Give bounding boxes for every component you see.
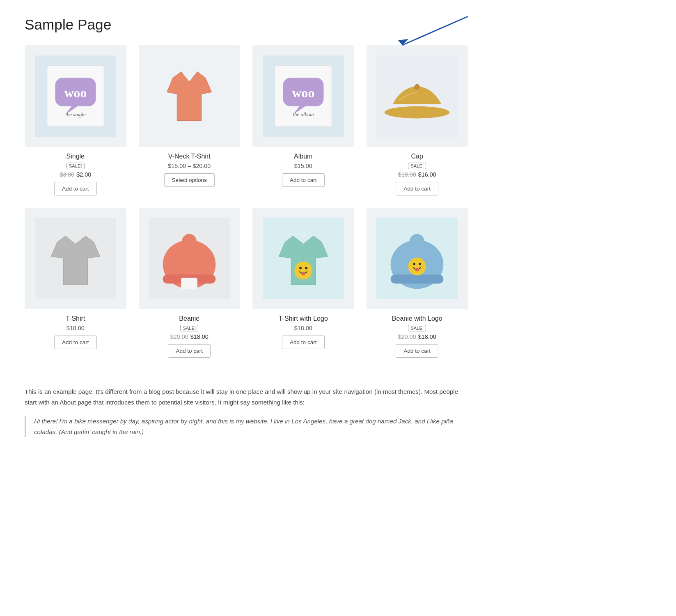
product-card-tshirt-logo: T-Shirt with Logo$18.00Add to cart xyxy=(252,208,354,358)
product-price-single: $3.00$2.00 xyxy=(60,171,91,178)
add-to-cart-button-beanie[interactable]: Add to cart xyxy=(168,344,211,358)
price-sale: $18.00 xyxy=(418,333,436,340)
product-card-beanie: BeanieSALE!$20.00$18.00Add to cart xyxy=(139,208,241,358)
add-to-cart-button-single[interactable]: Add to cart xyxy=(54,182,97,195)
price-sale: $16.00 xyxy=(418,171,436,178)
sale-badge-cap: SALE! xyxy=(408,163,426,169)
add-to-cart-button-tshirt[interactable]: Add to cart xyxy=(54,336,97,349)
add-to-cart-button-beanie-logo[interactable]: Add to cart xyxy=(396,344,438,358)
product-price-cap: $18.00$16.00 xyxy=(398,171,436,178)
product-grid: SingleSALE!$3.00$2.00Add to cartV-Neck T… xyxy=(25,45,468,358)
product-card-album: Album$15.00Add to cart xyxy=(252,45,354,195)
price-single: $18.00 xyxy=(66,325,85,331)
product-card-cap: CapSALE!$18.00$16.00Add to cart xyxy=(367,45,468,195)
sale-badge-beanie-logo: SALE! xyxy=(408,325,426,331)
product-name-beanie: Beanie xyxy=(179,315,199,322)
product-price-vneck: $15.00 – $20.00 xyxy=(168,163,211,169)
product-card-beanie-logo: Beanie with LogoSALE!$20.00$18.00Add to … xyxy=(367,208,468,358)
price-single: $18.00 xyxy=(294,325,312,331)
product-name-tshirt: T-Shirt xyxy=(66,315,85,322)
price-sale: $18.00 xyxy=(190,333,209,340)
description-quote-block: Hi there! I'm a bike messenger by day, a… xyxy=(25,416,468,437)
add-to-cart-button-cap[interactable]: Add to cart xyxy=(396,182,438,195)
product-price-album: $15.00 xyxy=(294,163,312,169)
price-range: $15.00 – $20.00 xyxy=(168,163,211,169)
product-price-beanie-logo: $20.00$18.00 xyxy=(398,333,436,340)
product-image-beanie xyxy=(139,208,241,310)
add-to-cart-button-album[interactable]: Add to cart xyxy=(282,173,325,187)
price-original: $3.00 xyxy=(60,171,74,178)
price-original: $20.00 xyxy=(398,333,416,340)
price-sale: $2.00 xyxy=(76,171,91,178)
price-single: $15.00 xyxy=(294,163,312,169)
product-image-beanie-logo xyxy=(367,208,468,310)
description-main: This is an example page. It's different … xyxy=(25,386,468,408)
product-card-single: SingleSALE!$3.00$2.00Add to cart xyxy=(25,45,126,195)
product-price-tshirt-logo: $18.00 xyxy=(294,325,312,331)
price-original: $20.00 xyxy=(170,333,188,340)
select-options-button-vneck[interactable]: Select options xyxy=(164,173,215,187)
sale-badge-single: SALE! xyxy=(66,163,85,169)
svg-line-35 xyxy=(402,16,468,45)
price-original: $18.00 xyxy=(398,171,416,178)
sale-badge-beanie: SALE! xyxy=(180,325,198,331)
description-section: This is an example page. It's different … xyxy=(25,378,468,437)
arrow-svg xyxy=(369,12,476,53)
product-name-tshirt-logo: T-Shirt with Logo xyxy=(279,315,328,322)
product-image-tshirt xyxy=(25,208,126,310)
product-name-cap: Cap xyxy=(411,153,423,160)
add-to-cart-button-tshirt-logo[interactable]: Add to cart xyxy=(282,336,325,349)
product-image-single xyxy=(25,45,126,147)
product-image-cap xyxy=(367,45,468,147)
description-quote: Hi there! I'm a bike messenger by day, a… xyxy=(34,416,468,437)
product-image-vneck xyxy=(139,45,241,147)
product-name-beanie-logo: Beanie with Logo xyxy=(392,315,442,322)
product-name-single: Single xyxy=(66,153,85,160)
product-price-beanie: $20.00$18.00 xyxy=(170,333,209,340)
product-image-tshirt-logo xyxy=(252,208,354,310)
product-card-vneck: V-Neck T-Shirt$15.00 – $20.00Select opti… xyxy=(139,45,241,195)
product-card-tshirt: T-Shirt$18.00Add to cart xyxy=(25,208,126,358)
product-name-album: Album xyxy=(294,153,312,160)
product-name-vneck: V-Neck T-Shirt xyxy=(168,153,211,160)
product-image-album xyxy=(252,45,354,147)
product-price-tshirt: $18.00 xyxy=(66,325,85,331)
